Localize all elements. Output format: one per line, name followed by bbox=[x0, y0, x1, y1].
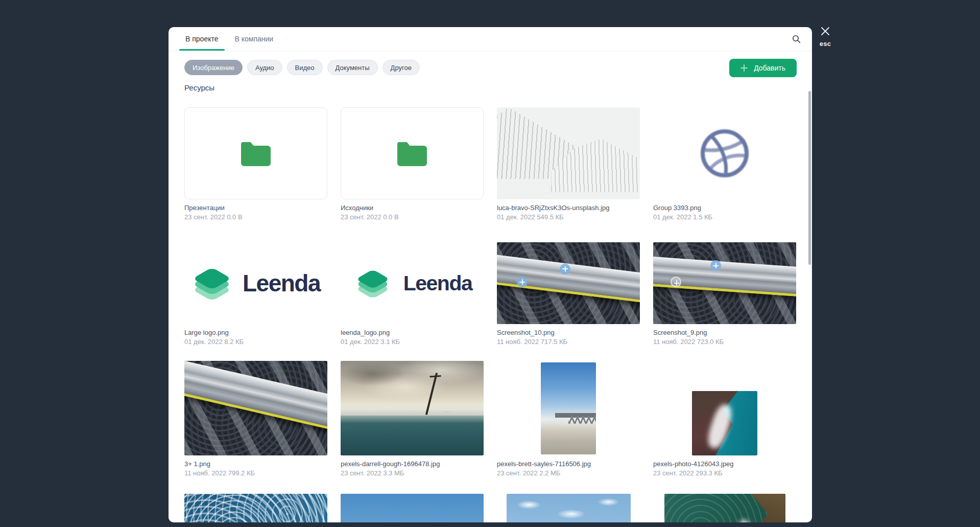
file-thumbnail bbox=[184, 361, 327, 455]
file-meta: 01 дек. 2022 1.5 КБ bbox=[653, 213, 796, 221]
file-thumbnail bbox=[653, 494, 796, 522]
resource-row bbox=[184, 494, 796, 522]
file-card[interactable]: luca-bravo-SRjZtxsK3Os-unsplash.jpg01 де… bbox=[497, 107, 640, 221]
file-card[interactable]: Screenshot_9.png11 нояб. 2022 723.0 КБ bbox=[653, 242, 796, 346]
file-meta: 01 дек. 2022 3.1 КБ bbox=[341, 338, 484, 346]
filter-chip[interactable]: Другое bbox=[383, 60, 420, 75]
folder-icon bbox=[397, 146, 427, 166]
file-meta: 23 сент. 2022 0.0 В bbox=[341, 213, 484, 221]
file-card[interactable] bbox=[184, 494, 327, 522]
file-name: luca-bravo-SRjZtxsK3Os-unsplash.jpg bbox=[497, 204, 640, 212]
tab-company[interactable]: В компании bbox=[234, 27, 275, 51]
file-thumbnail bbox=[341, 107, 484, 199]
section-title: Ресурсы bbox=[184, 83, 812, 92]
dribbble-logo bbox=[697, 125, 753, 181]
file-card[interactable]: pexels-photo-4126043.jpeg23 сент. 2022 2… bbox=[653, 361, 796, 477]
close-icon[interactable] bbox=[821, 27, 830, 36]
file-thumbnail bbox=[184, 494, 327, 522]
scrollbar-thumb[interactable] bbox=[808, 91, 811, 265]
file-name: pexels-darrell-gough-1696478.jpg bbox=[341, 460, 484, 468]
file-thumbnail: Leenda bbox=[341, 242, 484, 324]
file-name: Screenshot_9.png bbox=[653, 329, 796, 336]
folder-icon bbox=[241, 146, 271, 166]
file-card[interactable]: Group 3393.png01 дек. 2022 1.5 КБ bbox=[653, 107, 796, 221]
modal-header: В проектеВ компании bbox=[169, 27, 812, 51]
leenda-wordmark: Leenda bbox=[403, 271, 472, 295]
resource-row: LeendaLarge logo.png01 дек. 2022 8.2 КБL… bbox=[184, 242, 796, 346]
close-button[interactable]: esc bbox=[815, 27, 835, 48]
file-meta: 23 сент. 2022 3.3 МБ bbox=[341, 469, 484, 477]
file-card[interactable] bbox=[341, 494, 484, 522]
filter-chip[interactable]: Изображение bbox=[184, 60, 243, 75]
file-name: 3+ 1.png bbox=[184, 460, 327, 468]
file-name: Презентации bbox=[184, 204, 327, 212]
file-name: leenda_logo.png bbox=[341, 329, 484, 336]
file-name: Исходники bbox=[341, 204, 484, 212]
folder-card[interactable]: Исходники23 сент. 2022 0.0 В bbox=[341, 107, 484, 221]
filter-chip[interactable]: Видео bbox=[287, 60, 323, 75]
close-esc-hint: esc bbox=[815, 40, 835, 48]
file-thumbnail bbox=[497, 107, 640, 199]
file-meta: 11 нояб. 2022 717.5 КБ bbox=[497, 338, 640, 346]
resource-row: 3+ 1.png11 нояб. 2022 799.2 КБpexels-dar… bbox=[184, 361, 796, 477]
file-card[interactable] bbox=[497, 494, 640, 522]
leenda-logo-icon bbox=[192, 265, 232, 302]
file-meta: 23 сент. 2022 2.2 МБ bbox=[497, 469, 640, 477]
file-name: pexels-photo-4126043.jpeg bbox=[653, 460, 796, 468]
file-card[interactable]: pexels-darrell-gough-1696478.jpg23 сент.… bbox=[341, 361, 484, 477]
file-meta: 01 дек. 2022 549.5 КБ bbox=[497, 213, 640, 221]
add-button-label: Добавить bbox=[754, 64, 785, 72]
filter-chip[interactable]: Документы bbox=[327, 60, 378, 75]
file-name: Group 3393.png bbox=[653, 204, 796, 212]
file-card[interactable] bbox=[653, 494, 796, 522]
leenda-logo-icon bbox=[355, 267, 391, 300]
file-thumbnail: Leenda bbox=[184, 242, 327, 324]
filter-toolbar: ИзображениеАудиоВидеоДокументыДругое Доб… bbox=[169, 51, 812, 77]
filter-chip[interactable]: Аудио bbox=[247, 60, 282, 75]
file-card[interactable]: Screenshot_10.png11 нояб. 2022 717.5 КБ bbox=[497, 242, 640, 346]
search-button[interactable] bbox=[792, 35, 801, 43]
file-thumbnail bbox=[653, 242, 796, 324]
file-meta: 23 сент. 2022 0.0 В bbox=[184, 213, 327, 221]
plus-icon bbox=[740, 64, 748, 72]
add-button[interactable]: Добавить bbox=[729, 59, 797, 77]
file-name: Screenshot_10.png bbox=[497, 329, 640, 336]
file-thumbnail bbox=[341, 361, 484, 455]
file-name: pexels-brett-sayles-7116506.jpg bbox=[497, 460, 640, 468]
file-thumbnail bbox=[341, 494, 484, 522]
resource-grid: Презентации23 сент. 2022 0.0 ВИсходники2… bbox=[184, 107, 796, 522]
file-thumbnail bbox=[497, 242, 640, 324]
file-meta: 23 сент. 2022 293.3 КБ bbox=[653, 469, 796, 477]
leenda-wordmark: Leenda bbox=[243, 269, 320, 297]
resource-picker-modal: В проектеВ компании ИзображениеАудиоВиде… bbox=[169, 27, 812, 522]
file-thumbnail bbox=[653, 107, 796, 199]
file-card[interactable]: 3+ 1.png11 нояб. 2022 799.2 КБ bbox=[184, 361, 327, 477]
file-thumbnail bbox=[184, 107, 327, 199]
file-meta: 01 дек. 2022 8.2 КБ bbox=[184, 338, 327, 346]
file-card[interactable]: pexels-brett-sayles-7116506.jpg23 сент. … bbox=[497, 361, 640, 477]
file-thumbnail bbox=[497, 361, 640, 455]
file-card[interactable]: LeendaLarge logo.png01 дек. 2022 8.2 КБ bbox=[184, 242, 327, 346]
file-card[interactable]: Leendaleenda_logo.png01 дек. 2022 3.1 КБ bbox=[341, 242, 484, 346]
file-name: Large logo.png bbox=[184, 329, 327, 336]
file-meta: 11 нояб. 2022 723.0 КБ bbox=[653, 338, 796, 346]
tab-bar: В проектеВ компании bbox=[184, 27, 289, 51]
file-thumbnail bbox=[497, 494, 640, 522]
folder-card[interactable]: Презентации23 сент. 2022 0.0 В bbox=[184, 107, 327, 221]
file-thumbnail bbox=[653, 361, 796, 455]
resource-row: Презентации23 сент. 2022 0.0 ВИсходники2… bbox=[184, 107, 796, 221]
search-icon bbox=[792, 35, 801, 43]
file-meta: 11 нояб. 2022 799.2 КБ bbox=[184, 469, 327, 477]
tab-project[interactable]: В проекте bbox=[184, 27, 220, 51]
filter-chips: ИзображениеАудиоВидеоДокументыДругое bbox=[184, 60, 420, 75]
